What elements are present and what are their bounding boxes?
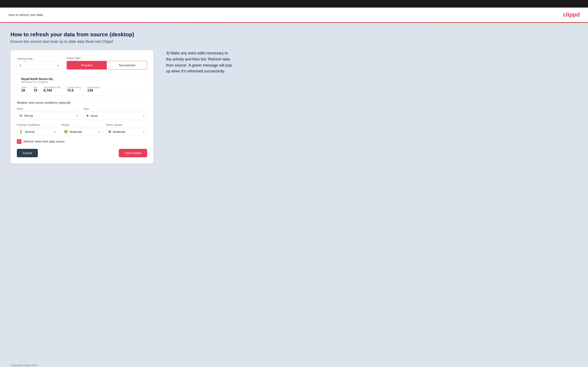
checkmark-icon: ✓ bbox=[18, 140, 20, 143]
rough-value: Moderate bbox=[69, 130, 95, 133]
tournament-button[interactable]: Tournament bbox=[107, 61, 147, 69]
starting-hole-select[interactable]: 1 10 bbox=[17, 61, 62, 69]
fairway-group: Fairway Conditions 🏌 Normal ∨ bbox=[17, 123, 58, 136]
header: How to refresh your data clippd bbox=[0, 8, 588, 22]
stat-holes: Holes 18 bbox=[21, 86, 27, 92]
course-location: Westward Ho!, England bbox=[21, 81, 143, 83]
rain-chevron-icon: ∨ bbox=[143, 114, 145, 117]
starting-hole-container: 1 10 bbox=[17, 61, 62, 69]
side-note: 3) Make any extra edits necessary to the… bbox=[166, 50, 233, 74]
course-stats: Holes 18 Par 72 Yards/White (M)) 6,744 C… bbox=[21, 86, 143, 92]
fairway-select[interactable]: 🏌 Normal ∨ bbox=[17, 128, 58, 136]
rough-select[interactable]: 🌿 Moderate ∨ bbox=[61, 128, 103, 136]
course-name: Royal North Devon GC, bbox=[21, 77, 143, 81]
fairway-icon: 🏌 bbox=[19, 130, 23, 134]
copyright: Copyright Clippd 2022 bbox=[10, 364, 38, 367]
green-speed-icon: ⚙ bbox=[108, 130, 111, 134]
form-card: Starting Hole 1 10 Game Type Practice To… bbox=[10, 50, 154, 164]
green-speed-chevron-icon: ∨ bbox=[143, 130, 145, 133]
conditions-title: Weather and course conditions (optional) bbox=[17, 101, 147, 104]
page-breadcrumb: How to refresh your data bbox=[9, 13, 43, 17]
main-content: How to refresh your data from source (de… bbox=[0, 23, 588, 360]
game-type-label: Game Type bbox=[67, 57, 147, 60]
rough-group: Rough 🌿 Moderate ∨ bbox=[61, 123, 103, 136]
green-speed-label: Green Speed bbox=[106, 123, 147, 126]
fairway-label: Fairway Conditions bbox=[17, 123, 58, 126]
wind-icon: 🌬 bbox=[19, 114, 23, 117]
stat-yards: Yards/White (M)) 6,744 bbox=[43, 86, 61, 92]
refresh-label: Refresh shots from data source bbox=[24, 140, 65, 143]
rain-value: None bbox=[91, 114, 139, 117]
footer: Copyright Clippd 2022 bbox=[0, 360, 588, 367]
page-title: How to refresh your data from source (de… bbox=[10, 31, 578, 38]
stat-slope-rating: Slope rating 134 bbox=[87, 86, 100, 92]
stat-par: Par 72 bbox=[34, 86, 37, 92]
save-button[interactable]: Save Details bbox=[119, 149, 147, 157]
content-layout: Starting Hole 1 10 Game Type Practice To… bbox=[10, 50, 578, 164]
course-info-box: Royal North Devon GC, Westward Ho!, Engl… bbox=[17, 74, 147, 96]
par-label: Par bbox=[34, 86, 37, 89]
cancel-button[interactable]: Cancel bbox=[17, 149, 38, 157]
refresh-checkbox[interactable]: ✓ bbox=[17, 139, 21, 144]
top-form-row: Starting Hole 1 10 Game Type Practice To… bbox=[17, 57, 147, 69]
wind-rain-row: Wind 🌬 Strong ∨ Rain ☀ None ∨ bbox=[17, 107, 147, 120]
green-speed-group: Green Speed ⚙ Moderate ∨ bbox=[106, 123, 147, 136]
rain-icon: ☀ bbox=[86, 114, 89, 118]
stat-course-rating: Course rating 72.5 bbox=[67, 86, 81, 92]
yards-value: 6,744 bbox=[43, 89, 61, 92]
wind-select[interactable]: 🌬 Strong ∨ bbox=[17, 112, 80, 120]
wind-chevron-icon: ∨ bbox=[76, 114, 78, 117]
fairway-chevron-icon: ∨ bbox=[54, 130, 56, 133]
top-bar bbox=[0, 0, 588, 8]
wind-value: Strong bbox=[24, 114, 72, 117]
course-rating-label: Course rating bbox=[67, 86, 81, 89]
course-rating-value: 72.5 bbox=[67, 89, 81, 92]
rain-label: Rain bbox=[84, 107, 147, 110]
rough-label: Rough bbox=[61, 123, 103, 126]
game-type-group: Game Type Practice Tournament bbox=[67, 57, 147, 69]
rain-select[interactable]: ☀ None ∨ bbox=[84, 112, 147, 120]
practice-button[interactable]: Practice bbox=[67, 61, 107, 69]
fairway-value: Normal bbox=[25, 130, 50, 133]
holes-label: Holes bbox=[21, 86, 27, 89]
wind-group: Wind 🌬 Strong ∨ bbox=[17, 107, 80, 120]
button-row: Cancel Save Details bbox=[17, 149, 147, 157]
rough-icon: 🌿 bbox=[64, 130, 68, 134]
rough-chevron-icon: ∨ bbox=[98, 130, 100, 133]
green-speed-value: Moderate bbox=[113, 130, 139, 133]
par-value: 72 bbox=[34, 89, 37, 92]
slope-rating-value: 134 bbox=[87, 89, 100, 92]
refresh-checkbox-row: ✓ Refresh shots from data source bbox=[17, 139, 147, 144]
starting-hole-label: Starting Hole bbox=[17, 57, 62, 60]
green-speed-select[interactable]: ⚙ Moderate ∨ bbox=[106, 128, 147, 136]
wind-label: Wind bbox=[17, 107, 80, 110]
page-subtitle: Ensure the correct and most up to date d… bbox=[10, 40, 578, 44]
starting-hole-group: Starting Hole 1 10 bbox=[17, 57, 62, 69]
holes-value: 18 bbox=[21, 89, 27, 92]
game-type-buttons: Practice Tournament bbox=[67, 61, 147, 69]
yards-label: Yards/White (M)) bbox=[43, 86, 61, 89]
slope-rating-label: Slope rating bbox=[87, 86, 100, 89]
rain-group: Rain ☀ None ∨ bbox=[84, 107, 147, 120]
logo: clippd bbox=[563, 11, 579, 18]
conditions-second-row: Fairway Conditions 🏌 Normal ∨ Rough 🌿 Mo… bbox=[17, 123, 147, 136]
